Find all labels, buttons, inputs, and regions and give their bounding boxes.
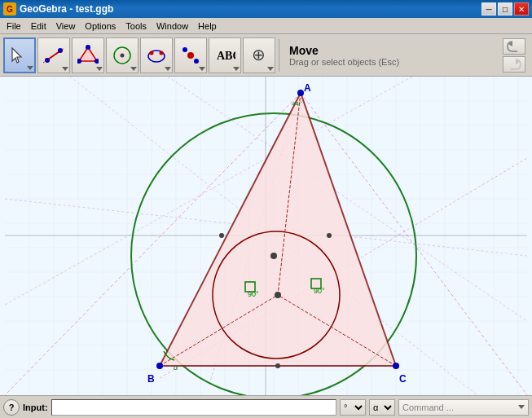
svg-marker-0 <box>12 48 21 63</box>
svg-point-87 <box>275 363 280 368</box>
tool-info: Move Drag or select objects (Esc) <box>283 41 501 70</box>
minimize-button[interactable]: ─ <box>481 2 496 15</box>
svg-text:90°: 90° <box>248 290 259 298</box>
window-controls: ─ □ ✕ <box>481 2 529 15</box>
svg-point-15 <box>182 47 187 52</box>
menu-help[interactable]: Help <box>193 20 222 33</box>
tool-conic[interactable] <box>140 37 173 73</box>
svg-point-16 <box>194 59 199 64</box>
tool-desc: Drag or select objects (Esc) <box>289 57 495 67</box>
svg-point-85 <box>219 233 224 238</box>
close-button[interactable]: ✕ <box>514 2 529 15</box>
svg-text:44°: 44° <box>292 100 301 108</box>
redo-button[interactable] <box>503 56 525 73</box>
menu-file[interactable]: File <box>2 20 26 33</box>
canvas-area[interactable]: 90° 90° α A 44° B C <box>0 77 532 395</box>
tool-polygon[interactable] <box>72 37 104 73</box>
tool-transform[interactable]: ⊕ <box>243 37 275 73</box>
tool-name: Move <box>289 44 495 57</box>
command-placeholder: Command ... <box>402 403 454 412</box>
input-field[interactable] <box>51 399 336 416</box>
tool-move[interactable] <box>3 37 36 73</box>
help-button[interactable]: ? <box>3 399 20 416</box>
svg-point-71 <box>275 292 281 298</box>
titlebar: G GeoGebra - test.ggb ─ □ ✕ <box>0 0 532 18</box>
undo-button[interactable] <box>503 38 525 55</box>
svg-text:B: B <box>147 373 155 385</box>
tool-text[interactable]: ABC <box>209 37 241 73</box>
undo-redo-container <box>503 38 529 73</box>
svg-point-72 <box>270 253 277 259</box>
svg-text:C: C <box>399 373 407 385</box>
maximize-button[interactable]: □ <box>498 2 512 15</box>
window-title: GeoGebra - test.ggb <box>20 3 481 15</box>
svg-point-86 <box>327 233 332 238</box>
svg-point-84 <box>393 363 399 369</box>
command-dropdown-arrow <box>518 405 525 409</box>
svg-point-6 <box>86 45 90 50</box>
svg-text:A: A <box>304 82 311 94</box>
command-dropdown[interactable]: Command ... <box>398 399 529 416</box>
tool-circle[interactable] <box>106 37 138 73</box>
svg-text:90°: 90° <box>314 287 325 295</box>
menubar: File Edit View Options Tools Window Help <box>0 18 532 34</box>
menu-tools[interactable]: Tools <box>121 20 152 33</box>
geometry-canvas[interactable]: 90° 90° α A 44° B C <box>0 77 532 395</box>
menu-view[interactable]: View <box>51 20 81 33</box>
menu-window[interactable]: Window <box>152 20 193 33</box>
svg-text:α: α <box>174 363 178 372</box>
svg-point-83 <box>156 363 163 369</box>
menu-edit[interactable]: Edit <box>26 20 51 33</box>
tool-line[interactable] <box>37 37 70 73</box>
toolbar-divider <box>279 39 279 72</box>
svg-text:⊕: ⊕ <box>252 46 266 64</box>
bottombar: ? Input: ° α Command ... <box>0 395 532 418</box>
app-icon: G <box>3 2 16 15</box>
alpha-select[interactable]: α <box>369 399 395 416</box>
degree-select[interactable]: ° <box>340 399 366 416</box>
svg-point-82 <box>297 90 304 96</box>
svg-text:ABC: ABC <box>217 50 235 62</box>
svg-point-13 <box>160 51 164 55</box>
svg-point-12 <box>150 51 154 55</box>
menu-options[interactable]: Options <box>80 20 121 33</box>
tool-point[interactable] <box>174 37 207 73</box>
svg-point-14 <box>187 52 194 59</box>
input-label: Input: <box>23 403 48 412</box>
toolbar: ABC ⊕ Move Drag or select objects (Esc) <box>0 34 532 77</box>
svg-point-10 <box>121 53 125 57</box>
